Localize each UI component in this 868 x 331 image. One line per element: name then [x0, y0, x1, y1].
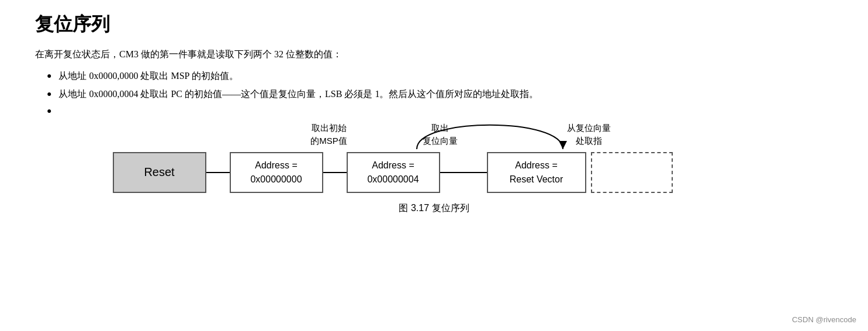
address-box-3: Address = Reset Vector — [487, 152, 586, 193]
connector-3 — [440, 172, 487, 173]
dashed-box — [591, 152, 673, 193]
bullet-item-1: 从地址 0x0000,0000 处取出 MSP 的初始值。 — [47, 68, 833, 84]
connector-2 — [323, 172, 347, 173]
bullet-item-2: 从地址 0x0000,0004 处取出 PC 的初始值——这个值是复位向量，LS… — [47, 86, 833, 102]
watermark: CSDN @rivencode — [792, 315, 856, 324]
address-box-2: Address = 0x00000004 — [347, 152, 440, 193]
connector-1 — [206, 172, 230, 173]
label-reset-vec: 取出 复位向量 — [393, 122, 487, 147]
reset-box: Reset — [113, 152, 206, 193]
label-fetch: 从复位向量 处取指 — [540, 122, 639, 147]
label-msp: 取出初始 的MSP值 — [282, 122, 376, 147]
intro-text: 在离开复位状态后，CM3 做的第一件事就是读取下列两个 32 位整数的值： — [35, 47, 833, 62]
diagram-caption: 图 3.17 复位序列 — [399, 202, 469, 215]
address-box-1: Address = 0x00000000 — [230, 152, 323, 193]
bullet-empty — [47, 106, 833, 116]
bullet-list: 从地址 0x0000,0000 处取出 MSP 的初始值。 从地址 0x0000… — [47, 68, 833, 102]
diagram-labels-row: 取出初始 的MSP值 取出 复位向量 从复位向量 处取指 — [189, 122, 715, 147]
page-title: 复位序列 — [35, 12, 833, 37]
diagram-main: Reset Address = 0x00000000 Address = 0x0… — [113, 152, 756, 193]
diagram-area: 取出初始 的MSP值 取出 复位向量 从复位向量 处取指 Reset Ad — [35, 122, 833, 215]
